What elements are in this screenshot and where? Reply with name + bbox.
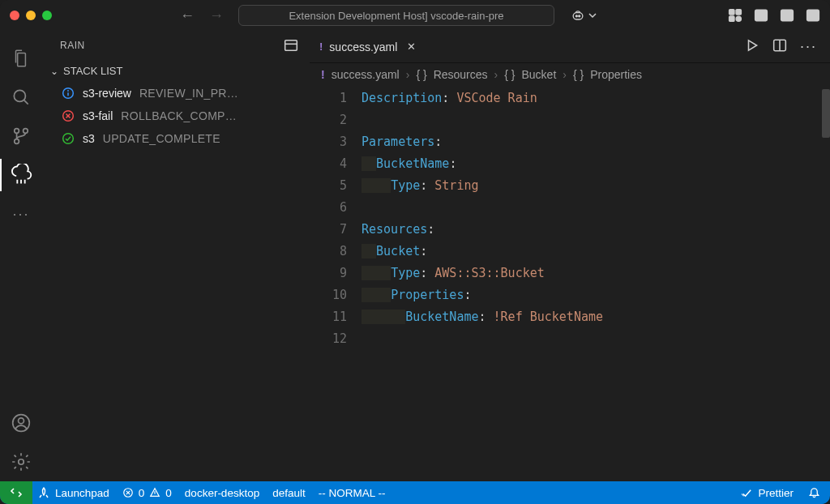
activity-bar: ··· xyxy=(0,31,42,481)
svg-rect-3 xyxy=(729,10,734,15)
breadcrumb-item[interactable]: Resources xyxy=(434,68,488,81)
svg-rect-8 xyxy=(755,10,760,21)
svg-rect-5 xyxy=(729,16,734,21)
chevron-right-icon: › xyxy=(406,68,410,81)
accounts-icon[interactable] xyxy=(0,404,42,442)
section-title-label: STACK LIST xyxy=(63,65,122,77)
search-icon[interactable] xyxy=(0,78,42,117)
svg-line-14 xyxy=(24,100,28,104)
minimize-window-icon[interactable] xyxy=(26,11,36,20)
svg-point-2 xyxy=(579,15,580,17)
run-icon[interactable] xyxy=(745,38,759,53)
split-editor-icon[interactable] xyxy=(772,38,787,53)
toggle-panel-icon[interactable] xyxy=(780,8,794,23)
status-mode: -- NORMAL -- xyxy=(319,487,386,499)
svg-point-22 xyxy=(19,418,24,424)
editor-tab[interactable]: ! success.yaml ✕ xyxy=(310,31,426,62)
chevron-right-icon: › xyxy=(563,68,567,81)
stack-name: s3-fail xyxy=(83,109,113,122)
pass-icon xyxy=(62,132,75,145)
svg-point-17 xyxy=(15,139,19,144)
status-bar: Launchpad 0 0 docker-desktop default -- … xyxy=(0,481,830,504)
svg-rect-24 xyxy=(285,41,297,50)
nav-forward-icon[interactable]: → xyxy=(209,7,224,24)
toggle-primary-sidebar-icon[interactable] xyxy=(754,8,768,23)
status-formatter[interactable]: Prettier xyxy=(741,487,794,499)
settings-gear-icon[interactable] xyxy=(0,442,42,481)
code-editor[interactable]: 123 456 789 101112 Description: VSCode R… xyxy=(310,86,830,481)
minimap-scrollbar[interactable] xyxy=(822,89,830,138)
chevron-down-icon: ⌄ xyxy=(50,66,58,77)
svg-point-16 xyxy=(15,129,19,134)
side-panel: RAIN ⌄ STACK LIST s3-review REVIEW_IN_PR… xyxy=(42,31,310,481)
nav-arrows: ← → xyxy=(180,7,224,24)
stack-name: s3 xyxy=(83,132,95,145)
svg-rect-9 xyxy=(781,10,794,21)
remote-indicator[interactable] xyxy=(0,481,32,504)
tab-filename: success.yaml xyxy=(329,41,397,53)
status-problems[interactable]: 0 0 xyxy=(122,487,172,499)
svg-point-6 xyxy=(736,16,741,21)
close-tab-icon[interactable]: ✕ xyxy=(407,41,416,53)
breadcrumb-item[interactable]: Properties xyxy=(590,68,642,81)
status-namespace[interactable]: default xyxy=(272,487,306,499)
stack-name: s3-review xyxy=(83,87,131,100)
breadcrumb[interactable]: ! success.yaml › { } Resources › { } Buc… xyxy=(310,63,830,86)
copilot-button[interactable] xyxy=(569,7,597,23)
svg-point-13 xyxy=(14,90,25,101)
stack-status: UPDATE_COMPLETE xyxy=(103,132,220,145)
toggle-secondary-sidebar-icon[interactable] xyxy=(806,8,820,23)
stack-status: ROLLBACK_COMP… xyxy=(121,109,237,122)
svg-rect-4 xyxy=(736,10,741,15)
svg-point-28 xyxy=(67,90,69,92)
notifications-icon[interactable] xyxy=(808,487,820,499)
title-bar: ← → Extension Development Host] vscode-r… xyxy=(0,0,830,31)
explorer-icon[interactable] xyxy=(0,39,42,78)
svg-point-15 xyxy=(24,129,28,134)
chevron-right-icon: › xyxy=(494,68,498,81)
code-body[interactable]: Description: VSCode Rain Parameters: Buc… xyxy=(362,88,830,350)
nav-back-icon[interactable]: ← xyxy=(180,7,195,24)
window-title: Extension Development Host] vscode-rain-… xyxy=(289,10,503,22)
stack-item[interactable]: s3-fail ROLLBACK_COMP… xyxy=(42,105,310,127)
layout-controls xyxy=(728,8,820,23)
source-control-icon[interactable] xyxy=(0,117,42,156)
breadcrumb-item[interactable]: Bucket xyxy=(521,68,556,81)
stack-status: REVIEW_IN_PR… xyxy=(139,87,238,100)
command-center[interactable]: Extension Development Host] vscode-rain-… xyxy=(238,5,554,26)
tab-bar: ! success.yaml ✕ ··· xyxy=(310,31,830,63)
stack-item[interactable]: s3-review REVIEW_IN_PR… xyxy=(42,82,310,105)
status-context[interactable]: docker-desktop xyxy=(185,487,259,499)
panel-action-icon[interactable] xyxy=(284,38,298,53)
section-header[interactable]: ⌄ STACK LIST xyxy=(42,60,310,82)
line-numbers: 123 456 789 101112 xyxy=(310,88,362,350)
close-window-icon[interactable] xyxy=(10,11,19,20)
window-controls xyxy=(10,11,52,20)
rain-extension-icon[interactable] xyxy=(0,156,42,194)
editor-area: ! success.yaml ✕ ··· ! success.yaml › { … xyxy=(310,31,830,481)
stack-item[interactable]: s3 UPDATE_COMPLETE xyxy=(42,127,310,150)
info-icon xyxy=(62,87,75,100)
svg-point-23 xyxy=(19,459,24,465)
yaml-file-icon: ! xyxy=(321,68,325,81)
status-launchpad[interactable]: Launchpad xyxy=(37,486,109,499)
side-panel-title: RAIN xyxy=(60,40,85,51)
customize-layout-icon[interactable] xyxy=(728,8,742,23)
yaml-file-icon: ! xyxy=(319,41,323,53)
breadcrumb-item[interactable]: success.yaml xyxy=(332,68,400,81)
svg-point-1 xyxy=(575,15,577,17)
more-icon[interactable]: ··· xyxy=(0,194,42,233)
more-actions-icon[interactable]: ··· xyxy=(800,38,817,55)
svg-rect-11 xyxy=(807,10,819,21)
error-icon xyxy=(62,109,75,122)
maximize-window-icon[interactable] xyxy=(42,11,52,20)
